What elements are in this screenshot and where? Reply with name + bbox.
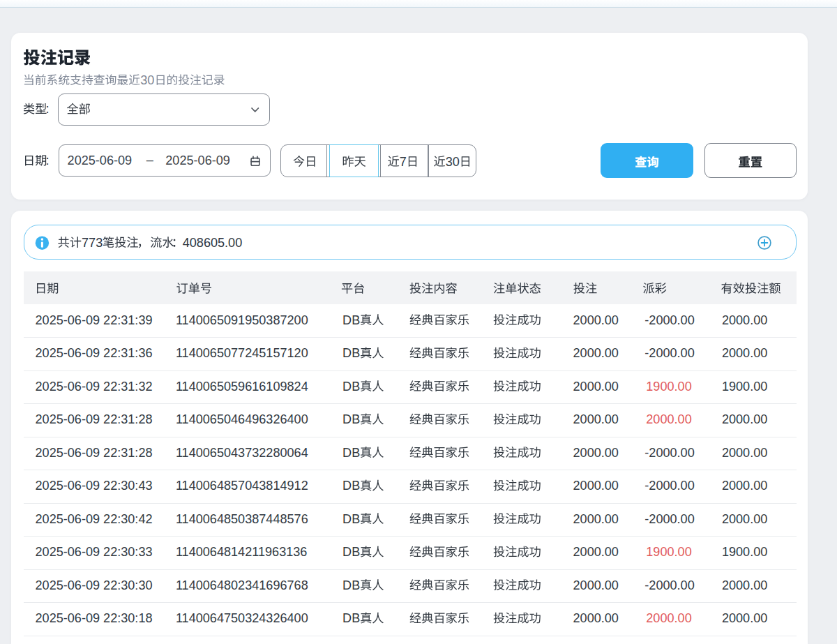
svg-text:2000.00: 2000.00 [646,611,691,625]
svg-text:2025-06-09 22:31:32: 2025-06-09 22:31:32 [36,380,153,394]
svg-text:DB: DB [342,412,360,426]
svg-text:DB: DB [342,611,360,625]
svg-text:1140064802341696768: 1140064802341696768 [176,578,308,592]
svg-text:1140064857043814912: 1140064857043814912 [176,479,308,493]
svg-text:2025-06-09 22:31:39: 2025-06-09 22:31:39 [36,313,153,327]
svg-text:-2000.00: -2000.00 [644,446,694,460]
svg-text:1900.00: 1900.00 [646,380,691,394]
svg-text:2000.00: 2000.00 [573,512,619,526]
svg-text:DB: DB [342,346,360,360]
svg-text:2000.00: 2000.00 [722,578,767,592]
svg-text:2000.00: 2000.00 [573,578,619,592]
svg-text:-2000.00: -2000.00 [644,479,694,493]
svg-text:2025-06-09: 2025-06-09 [68,153,133,167]
svg-text:-2000.00: -2000.00 [644,313,694,327]
svg-text:2025-06-09 22:31:36: 2025-06-09 22:31:36 [36,346,153,360]
svg-text:2000.00: 2000.00 [722,313,767,327]
svg-text:2025-06-09 22:30:30: 2025-06-09 22:30:30 [36,578,153,592]
svg-text:2000.00: 2000.00 [573,545,619,559]
svg-text:1900.00: 1900.00 [722,380,767,394]
svg-text:2000.00: 2000.00 [722,446,767,460]
svg-text:–: – [146,153,154,167]
svg-text:DB: DB [342,380,360,394]
svg-text:2000.00: 2000.00 [722,412,767,426]
svg-text:1900.00: 1900.00 [646,545,691,559]
svg-text:2000.00: 2000.00 [573,611,619,625]
svg-text:2000.00: 2000.00 [722,346,767,360]
svg-text:-2000.00: -2000.00 [644,512,694,526]
svg-text:1140065046496326400: 1140065046496326400 [176,412,308,426]
svg-text:DB: DB [342,446,360,460]
svg-text:2000.00: 2000.00 [573,479,619,493]
svg-text:2000.00: 2000.00 [722,611,767,625]
svg-text:2000.00: 2000.00 [646,412,691,426]
svg-text:1140064750324326400: 1140064750324326400 [176,611,308,625]
svg-text:DB: DB [342,313,360,327]
svg-text:2000.00: 2000.00 [573,412,619,426]
svg-text:1140065091950387200: 1140065091950387200 [176,313,308,327]
svg-text:1140065077245157120: 1140065077245157120 [176,346,308,360]
svg-text:2000.00: 2000.00 [722,512,767,526]
svg-text:408605.00: 408605.00 [183,236,243,250]
svg-text:2025-06-09 22:31:28: 2025-06-09 22:31:28 [36,412,153,426]
svg-text:2000.00: 2000.00 [573,446,619,460]
svg-text:2025-06-09 22:30:43: 2025-06-09 22:30:43 [36,479,153,493]
svg-text::: : [46,102,50,116]
svg-text:1140064850387448576: 1140064850387448576 [176,512,308,526]
svg-text:DB: DB [342,578,360,592]
svg-text:1900.00: 1900.00 [722,545,767,559]
svg-text::: : [46,153,50,167]
svg-text:7: 7 [400,155,407,169]
svg-text:30: 30 [140,73,154,87]
svg-text:2025-06-09 22:30:42: 2025-06-09 22:30:42 [36,512,153,526]
svg-text:1140064814211963136: 1140064814211963136 [176,545,308,559]
svg-text:773: 773 [82,236,103,250]
svg-text:2025-06-09: 2025-06-09 [165,153,230,167]
svg-text:2000.00: 2000.00 [573,313,619,327]
svg-text:1140065043732280064: 1140065043732280064 [176,446,308,460]
svg-text:2000.00: 2000.00 [573,346,619,360]
svg-text:DB: DB [342,512,360,526]
svg-text:-2000.00: -2000.00 [644,346,694,360]
svg-text:2000.00: 2000.00 [573,380,619,394]
svg-text:2025-06-09 22:31:28: 2025-06-09 22:31:28 [36,446,153,460]
svg-text:1140065059616109824: 1140065059616109824 [176,380,308,394]
svg-text:2000.00: 2000.00 [722,479,767,493]
svg-text:DB: DB [342,479,360,493]
svg-text:DB: DB [342,545,360,559]
svg-text:2025-06-09 22:30:18: 2025-06-09 22:30:18 [36,611,153,625]
svg-text:30: 30 [446,155,460,169]
svg-text:2025-06-09 22:30:33: 2025-06-09 22:30:33 [36,545,153,559]
svg-text:-2000.00: -2000.00 [644,578,694,592]
